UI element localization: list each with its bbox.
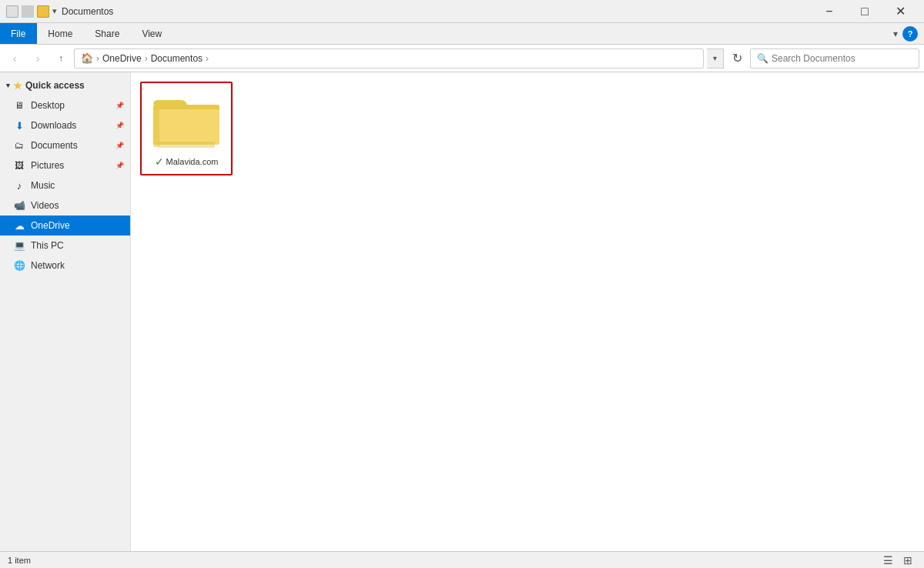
address-bar: ‹ › ↑ 🏠 › OneDrive › Documentos › ▾ ↻ 🔍 bbox=[0, 45, 924, 72]
ribbon-tabs: File Home Share View ▾ ? bbox=[0, 23, 924, 45]
folder-name: Malavida.com bbox=[166, 157, 219, 166]
quick-access-label: Quick access bbox=[25, 80, 85, 91]
sidebar-item-network[interactable]: 🌐 Network bbox=[0, 256, 130, 276]
network-icon: 🌐 bbox=[12, 260, 26, 271]
title-bar-icons: ▾ bbox=[6, 5, 57, 18]
sidebar-item-music[interactable]: ♪ Music bbox=[0, 175, 130, 195]
pin-icon-pictures: 📌 bbox=[116, 162, 124, 169]
documents-icon: 🗂 bbox=[12, 140, 26, 151]
minimize-button[interactable]: − bbox=[812, 0, 847, 23]
item-count: 1 item bbox=[8, 556, 31, 565]
view-controls: ☰ ⊞ bbox=[879, 553, 916, 567]
pin-icon-desktop: 📌 bbox=[116, 102, 124, 109]
up-button[interactable]: ↑ bbox=[51, 48, 71, 68]
path-dropdown-button[interactable]: ▾ bbox=[707, 48, 724, 68]
folder-icon-wrap bbox=[152, 89, 221, 151]
title-bar-left: ▾ Documentos bbox=[6, 5, 113, 18]
sidebar-item-label-music: Music bbox=[31, 180, 55, 191]
sidebar-section-quick-access[interactable]: ▾ ★ Quick access bbox=[0, 75, 130, 95]
sidebar: ▾ ★ Quick access 🖥 Desktop 📌 ⬇ Downloads… bbox=[0, 72, 131, 551]
sidebar-item-label-videos: Videos bbox=[31, 200, 59, 211]
main-area: ▾ ★ Quick access 🖥 Desktop 📌 ⬇ Downloads… bbox=[0, 72, 924, 551]
folder-label: ✓ Malavida.com bbox=[155, 155, 219, 168]
sidebar-item-thispc[interactable]: 💻 This PC bbox=[0, 236, 130, 256]
content-area: ✓ Malavida.com bbox=[131, 72, 924, 551]
sidebar-item-label-onedrive: OneDrive bbox=[31, 220, 70, 231]
sidebar-item-pictures[interactable]: 🖼 Pictures 📌 bbox=[0, 155, 130, 175]
path-sep-1: › bbox=[96, 53, 99, 64]
path-sep-3: › bbox=[206, 53, 209, 64]
quick-access-save-icon bbox=[6, 5, 18, 18]
help-button[interactable]: ? bbox=[902, 26, 918, 42]
folder-item-malavida[interactable]: ✓ Malavida.com bbox=[140, 82, 233, 175]
list-view-button[interactable]: ☰ bbox=[879, 553, 896, 567]
sidebar-item-videos[interactable]: 📹 Videos bbox=[0, 195, 130, 216]
sidebar-item-onedrive[interactable]: ☁ OneDrive bbox=[0, 216, 130, 236]
tab-file[interactable]: File bbox=[0, 23, 37, 44]
back-button[interactable]: ‹ bbox=[5, 48, 25, 68]
refresh-button[interactable]: ↻ bbox=[727, 48, 747, 68]
pictures-icon: 🖼 bbox=[12, 160, 26, 171]
svg-rect-2 bbox=[158, 142, 215, 148]
status-bar: 1 item ☰ ⊞ bbox=[0, 551, 924, 568]
path-onedrive[interactable]: OneDrive bbox=[102, 53, 142, 64]
folder-svg bbox=[152, 89, 221, 151]
window-controls: − □ ✕ bbox=[812, 0, 918, 23]
search-icon: 🔍 bbox=[757, 53, 768, 64]
pin-icon-downloads: 📌 bbox=[116, 122, 124, 129]
sidebar-item-label-documents: Documents bbox=[31, 140, 78, 151]
window-title: Documentos bbox=[62, 6, 113, 17]
maximize-button[interactable]: □ bbox=[847, 0, 882, 23]
sidebar-item-label-pictures: Pictures bbox=[31, 160, 64, 171]
sidebar-item-label-downloads: Downloads bbox=[31, 120, 76, 131]
sidebar-item-downloads[interactable]: ⬇ Downloads 📌 bbox=[0, 115, 130, 135]
desktop-icon: 🖥 bbox=[12, 100, 26, 111]
close-button[interactable]: ✕ bbox=[882, 0, 918, 23]
search-input[interactable] bbox=[772, 53, 912, 64]
tab-share[interactable]: Share bbox=[84, 23, 131, 44]
music-icon: ♪ bbox=[12, 180, 26, 192]
videos-icon: 📹 bbox=[12, 200, 26, 211]
ribbon-collapse-button[interactable]: ▾ bbox=[893, 28, 898, 39]
sync-check-icon: ✓ bbox=[155, 155, 164, 168]
pin-icon-documents: 📌 bbox=[116, 142, 124, 149]
sidebar-item-desktop[interactable]: 🖥 Desktop 📌 bbox=[0, 95, 130, 115]
forward-button[interactable]: › bbox=[28, 48, 48, 68]
thispc-icon: 💻 bbox=[12, 240, 26, 251]
sidebar-item-documents[interactable]: 🗂 Documents 📌 bbox=[0, 135, 130, 155]
path-home-icon: 🏠 bbox=[81, 52, 93, 64]
quick-access-icon: ★ bbox=[13, 80, 22, 92]
address-path[interactable]: 🏠 › OneDrive › Documentos › bbox=[74, 48, 704, 68]
path-documentos[interactable]: Documentos bbox=[151, 53, 203, 64]
search-box[interactable]: 🔍 bbox=[750, 48, 919, 68]
dropdown-arrow-icon[interactable]: ▾ bbox=[52, 6, 57, 16]
chevron-down-icon: ▾ bbox=[6, 82, 10, 89]
svg-rect-1 bbox=[153, 109, 219, 145]
onedrive-icon: ☁ bbox=[12, 220, 26, 232]
folder-icon-small bbox=[37, 5, 49, 18]
tab-home[interactable]: Home bbox=[37, 23, 84, 44]
sidebar-item-label-network: Network bbox=[31, 260, 65, 271]
sidebar-item-label-desktop: Desktop bbox=[31, 100, 65, 111]
path-sep-2: › bbox=[145, 53, 148, 64]
grid-view-button[interactable]: ⊞ bbox=[899, 553, 916, 567]
sidebar-item-label-thispc: This PC bbox=[31, 240, 64, 251]
downloads-icon: ⬇ bbox=[12, 120, 26, 132]
quick-access-undo-icon bbox=[22, 5, 34, 18]
title-bar: ▾ Documentos − □ ✕ bbox=[0, 0, 924, 23]
tab-view[interactable]: View bbox=[131, 23, 173, 44]
